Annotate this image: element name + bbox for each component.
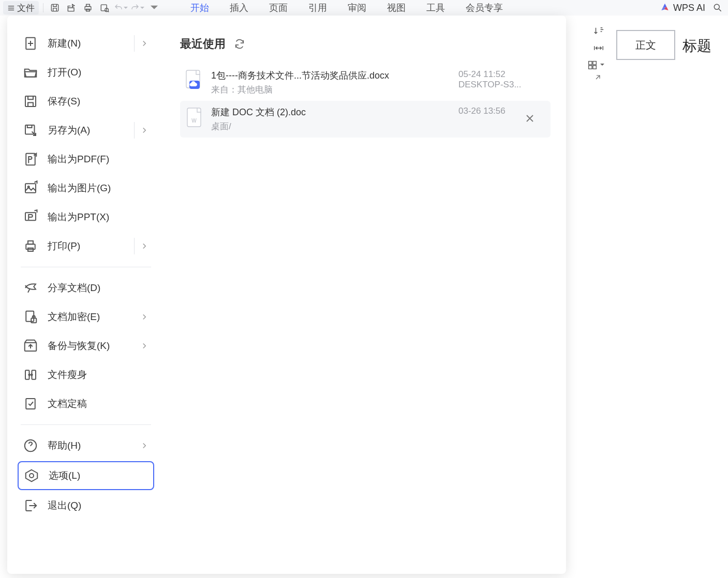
wps-ai-icon <box>660 3 670 13</box>
recent-file-row[interactable]: W 新建 DOC 文档 (2).doc 桌面/ 03-26 13:56 <box>180 101 551 138</box>
svg-rect-8 <box>593 62 596 65</box>
svg-rect-18 <box>26 244 35 249</box>
wps-ai-button[interactable]: WPS AI <box>660 3 705 13</box>
menu-exit-label: 退出(Q) <box>48 499 81 512</box>
save-outline-icon <box>23 94 38 109</box>
pdf-icon <box>23 151 38 167</box>
menu-icon <box>7 4 15 12</box>
saveas-icon <box>23 123 38 138</box>
separator <box>21 424 151 425</box>
ribbon-styles-group: 正文 标题 <box>583 21 728 83</box>
file-menu-label: 文件 <box>17 2 35 14</box>
menu-print[interactable]: 打印(P) <box>18 233 154 260</box>
tab-page[interactable]: 页面 <box>268 1 289 15</box>
svg-rect-9 <box>589 66 592 69</box>
recent-file-row[interactable]: 1包----商务技术文件...节活动奖品供应.docx 来自：其他电脑 05-2… <box>180 64 551 101</box>
tab-view[interactable]: 视图 <box>386 1 407 15</box>
menu-help-label: 帮助(H) <box>48 439 81 452</box>
separator <box>43 3 43 12</box>
menu-slim[interactable]: 文件瘦身 <box>18 361 154 388</box>
svg-rect-10 <box>593 66 596 69</box>
style-heading[interactable]: 标题 <box>682 36 711 56</box>
help-icon <box>23 438 38 453</box>
menu-finalize[interactable]: 文档定稿 <box>18 390 154 417</box>
ribbon-tabs: 开始 插入 页面 引用 审阅 视图 工具 会员专享 <box>189 0 504 16</box>
menu-share[interactable]: 分享文档(D) <box>18 275 154 301</box>
file-info: 1包----商务技术文件...节活动奖品供应.docx 来自：其他电脑 <box>211 69 458 96</box>
tab-review[interactable]: 审阅 <box>347 1 367 15</box>
top-toolbar: 文件 开始 插入 页面 引用 审阅 视图 工具 会员专享 WPS AI <box>0 0 728 16</box>
menu-help[interactable]: 帮助(H) <box>18 432 154 459</box>
chevron-right-icon <box>140 312 149 322</box>
file-menu-panel: 新建(N) 打开(O) 保存(S) 另存为(A) 输出为PDF(F) 输出为图片… <box>7 16 566 574</box>
svg-rect-0 <box>51 4 58 11</box>
menu-export-image[interactable]: 输出为图片(G) <box>18 175 154 202</box>
menu-save-label: 保存(S) <box>48 95 80 108</box>
svg-rect-2 <box>86 4 90 6</box>
toolbox-dropdown[interactable] <box>586 59 605 70</box>
menu-share-label: 分享文档(D) <box>48 281 100 295</box>
menu-encrypt[interactable]: 文档加密(E) <box>18 303 154 330</box>
exit-icon <box>23 498 38 513</box>
open-icon <box>23 65 38 80</box>
svg-rect-19 <box>28 241 33 244</box>
save-icon[interactable] <box>48 1 62 14</box>
menu-export-pdf[interactable]: 输出为PDF(F) <box>18 146 154 173</box>
menu-open-label: 打开(O) <box>48 66 81 79</box>
customize-dropdown[interactable] <box>147 1 161 14</box>
menu-backup[interactable]: 备份与恢复(K) <box>18 332 154 359</box>
menu-export-ppt[interactable]: 输出为PPT(X) <box>18 204 154 231</box>
recent-header: 最近使用 <box>180 36 551 52</box>
recent-pane: 最近使用 1包----商务技术文件...节活动奖品供应.docx 来自：其他电脑… <box>165 16 566 574</box>
tab-insert[interactable]: 插入 <box>229 1 249 15</box>
tab-tools[interactable]: 工具 <box>425 1 446 15</box>
lock-doc-icon <box>23 309 38 325</box>
menu-new[interactable]: 新建(N) <box>18 30 154 57</box>
file-menu-sidebar: 新建(N) 打开(O) 保存(S) 另存为(A) 输出为PDF(F) 输出为图片… <box>7 16 165 574</box>
check-doc-icon <box>23 396 38 412</box>
menu-options[interactable]: 选项(L) <box>18 461 154 490</box>
file-date: 05-24 11:52 <box>458 69 546 80</box>
refresh-icon[interactable] <box>234 38 245 50</box>
tab-member[interactable]: 会员专享 <box>465 1 504 15</box>
menu-print-label: 打印(P) <box>48 239 80 253</box>
file-source: 来自：其他电脑 <box>211 84 458 96</box>
print-icon[interactable] <box>81 1 95 14</box>
expand-icon[interactable] <box>595 74 601 81</box>
search-icon[interactable] <box>710 1 725 14</box>
style-normal[interactable]: 正文 <box>616 30 675 60</box>
menu-saveas-label: 另存为(A) <box>48 124 90 137</box>
sort-icon[interactable] <box>592 26 605 37</box>
menu-open[interactable]: 打开(O) <box>18 59 154 86</box>
tab-start[interactable]: 开始 <box>189 1 210 15</box>
menu-exit[interactable]: 退出(Q) <box>18 492 154 519</box>
recent-title: 最近使用 <box>180 36 226 52</box>
file-menu-button[interactable]: 文件 <box>3 1 39 14</box>
separator <box>21 267 151 267</box>
menu-export-ppt-label: 输出为PPT(X) <box>48 210 109 224</box>
menu-finalize-label: 文档定稿 <box>48 397 87 410</box>
svg-rect-7 <box>589 62 592 65</box>
menu-saveas[interactable]: 另存为(A) <box>18 117 154 144</box>
svg-point-6 <box>714 4 719 9</box>
file-device: DESKTOP-S3... <box>458 80 546 90</box>
printer-icon <box>23 238 38 254</box>
slim-icon <box>23 367 38 383</box>
tab-reference[interactable]: 引用 <box>307 1 328 15</box>
quick-print-icon[interactable] <box>64 1 79 14</box>
svg-rect-31 <box>187 108 201 127</box>
svg-point-28 <box>29 474 34 478</box>
menu-save[interactable]: 保存(S) <box>18 88 154 115</box>
menu-slim-label: 文件瘦身 <box>48 368 87 382</box>
menu-encrypt-label: 文档加密(E) <box>48 310 100 324</box>
svg-rect-12 <box>25 96 36 107</box>
preview-icon[interactable] <box>97 1 112 14</box>
image-icon <box>23 180 38 196</box>
fit-width-icon[interactable] <box>592 42 605 54</box>
close-icon[interactable] <box>524 112 536 125</box>
menu-export-pdf-label: 输出为PDF(F) <box>48 153 109 166</box>
doc-cloud-icon <box>184 69 204 92</box>
redo-dropdown[interactable] <box>130 3 145 12</box>
undo-dropdown[interactable] <box>114 3 128 12</box>
svg-rect-15 <box>25 184 36 193</box>
